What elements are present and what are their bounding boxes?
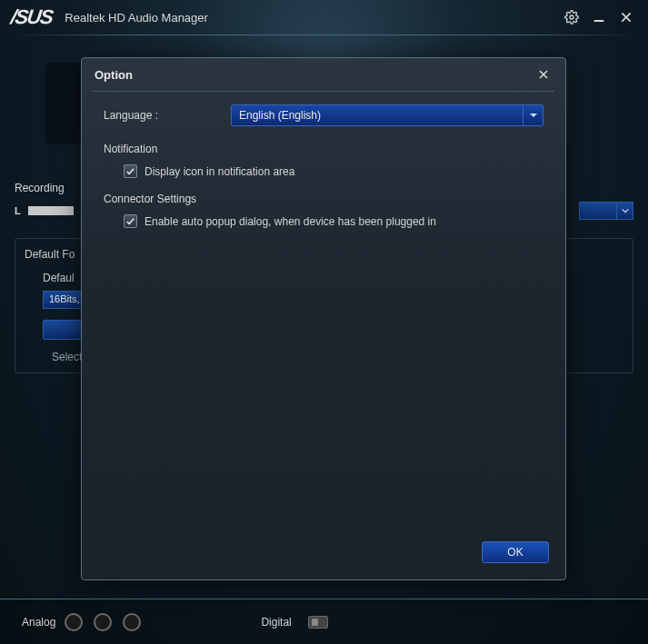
close-button[interactable] bbox=[615, 6, 637, 28]
language-dropdown-value: English (English) bbox=[239, 109, 321, 122]
language-row: Language : English (English) bbox=[104, 104, 543, 126]
connector-section-label: Connector Settings bbox=[104, 193, 543, 205]
svg-point-0 bbox=[570, 15, 573, 19]
chevron-down-icon bbox=[616, 203, 633, 219]
dialog-body: Language : English (English) Notificatio… bbox=[82, 92, 565, 530]
analog-jack-2[interactable] bbox=[94, 613, 112, 631]
settings-button[interactable] bbox=[561, 6, 583, 28]
connector-popup-label: Enable auto popup dialog, when device ha… bbox=[145, 215, 436, 228]
analog-jack-1[interactable] bbox=[65, 613, 83, 631]
channel-l-label: L bbox=[15, 205, 21, 216]
language-dropdown[interactable]: English (English) bbox=[231, 104, 543, 126]
ok-button[interactable]: OK bbox=[482, 541, 549, 563]
main-window: /SUS Realtek HD Audio Manager Recording … bbox=[0, 0, 648, 644]
analog-label: Analog bbox=[22, 616, 55, 629]
checkmark-icon bbox=[125, 166, 135, 176]
format-value-field[interactable]: 16Bits, bbox=[43, 291, 84, 309]
analog-jack-3[interactable] bbox=[123, 613, 141, 631]
language-label: Language : bbox=[104, 109, 231, 122]
close-icon bbox=[619, 10, 633, 25]
dialog-title: Option bbox=[95, 68, 534, 82]
chevron-down-icon bbox=[523, 105, 543, 125]
app-title: Realtek HD Audio Manager bbox=[65, 11, 555, 25]
asus-logo: /SUS bbox=[9, 5, 54, 29]
checkmark-icon bbox=[125, 216, 135, 226]
dialog-close-button[interactable] bbox=[534, 65, 553, 84]
gear-icon bbox=[564, 10, 579, 25]
option-dialog: Option Language : English (English) Noti… bbox=[81, 57, 566, 580]
dialog-footer: OK bbox=[82, 530, 565, 580]
minimize-button[interactable] bbox=[588, 6, 610, 28]
titlebar: /SUS Realtek HD Audio Manager bbox=[0, 0, 648, 35]
minimize-icon bbox=[592, 10, 606, 25]
connector-popup-row: Enable auto popup dialog, when device ha… bbox=[124, 214, 543, 228]
bottom-connector-bar: Analog Digital bbox=[0, 599, 648, 644]
level-meter-l bbox=[28, 206, 74, 215]
notify-icon-label: Display icon in notification area bbox=[145, 165, 294, 178]
digital-label: Digital bbox=[261, 616, 291, 629]
dialog-header: Option bbox=[82, 58, 565, 91]
notification-section-label: Notification bbox=[104, 143, 543, 155]
bg-dropdown[interactable] bbox=[579, 202, 633, 220]
notify-icon-checkbox[interactable] bbox=[124, 164, 137, 178]
close-icon bbox=[537, 68, 550, 81]
connector-popup-checkbox[interactable] bbox=[124, 214, 137, 228]
notify-icon-row: Display icon in notification area bbox=[124, 164, 543, 178]
digital-jack[interactable] bbox=[308, 616, 328, 629]
